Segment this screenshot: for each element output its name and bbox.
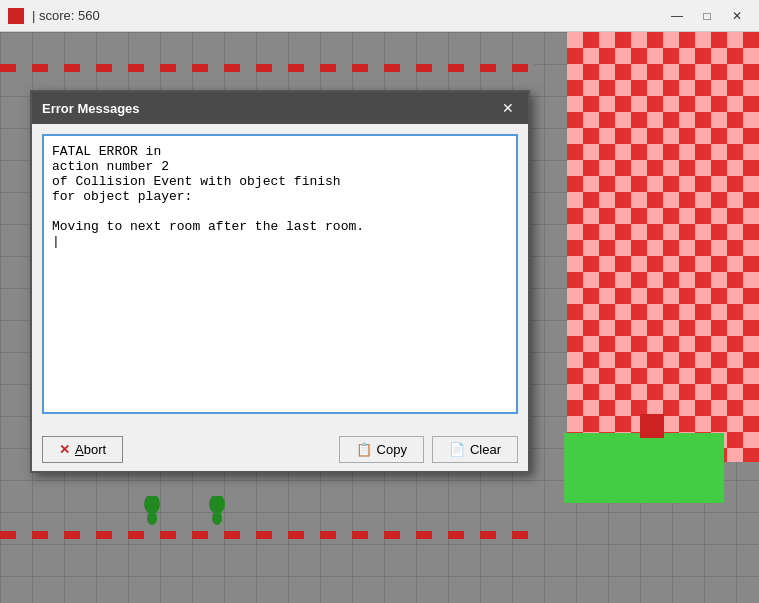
dialog-title: Error Messages bbox=[42, 101, 140, 116]
error-dialog: Error Messages ✕ FATAL ERROR in action n… bbox=[30, 90, 530, 473]
app-icon bbox=[8, 8, 24, 24]
svg-point-1 bbox=[147, 511, 157, 525]
copy-label: Copy bbox=[377, 442, 407, 457]
abort-label: Abort bbox=[75, 442, 106, 457]
error-text-area[interactable]: FATAL ERROR in action number 2 of Collis… bbox=[42, 134, 518, 414]
abort-icon: ✕ bbox=[59, 442, 70, 457]
dialog-footer: ✕ Abort 📋 Copy 📄 Clear bbox=[32, 428, 528, 471]
red-game-object bbox=[640, 414, 664, 438]
window-controls: — □ ✕ bbox=[663, 5, 751, 27]
red-top-strip bbox=[0, 64, 534, 72]
clear-button[interactable]: 📄 Clear bbox=[432, 436, 518, 463]
copy-button[interactable]: 📋 Copy bbox=[339, 436, 424, 463]
window-title: | score: 560 bbox=[32, 8, 663, 23]
window-titlebar: | score: 560 — □ ✕ bbox=[0, 0, 759, 32]
green-platform bbox=[564, 433, 724, 503]
checkerboard-area bbox=[567, 32, 759, 462]
restore-button[interactable]: □ bbox=[693, 5, 721, 27]
copy-icon: 📋 bbox=[356, 442, 372, 457]
red-bottom-strip bbox=[0, 531, 534, 539]
green-character-2 bbox=[205, 496, 229, 528]
abort-button[interactable]: ✕ Abort bbox=[42, 436, 123, 463]
dialog-titlebar: Error Messages ✕ bbox=[32, 92, 528, 124]
dialog-close-button[interactable]: ✕ bbox=[498, 98, 518, 118]
clear-label: Clear bbox=[470, 442, 501, 457]
dialog-body: FATAL ERROR in action number 2 of Collis… bbox=[32, 124, 528, 428]
clear-icon: 📄 bbox=[449, 442, 465, 457]
svg-point-3 bbox=[212, 511, 222, 525]
close-button[interactable]: ✕ bbox=[723, 5, 751, 27]
green-character-1 bbox=[140, 496, 164, 528]
minimize-button[interactable]: — bbox=[663, 5, 691, 27]
